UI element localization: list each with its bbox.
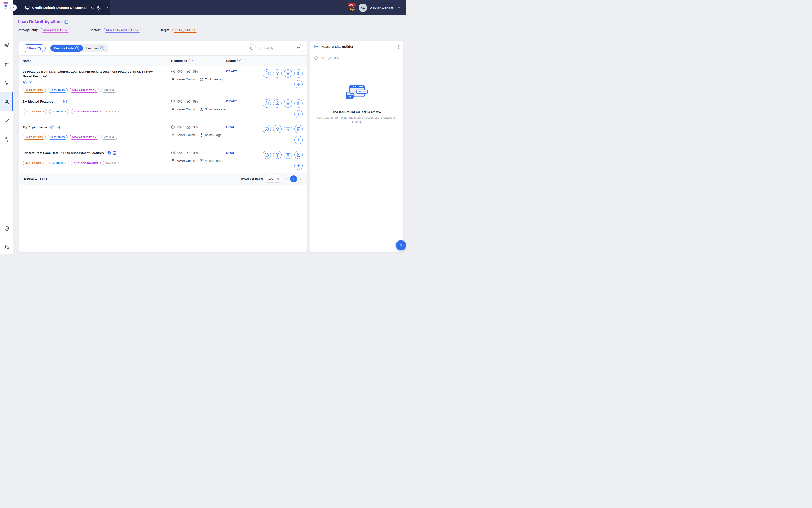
calculator-button[interactable] [295, 99, 303, 108]
filters-button[interactable]: Filters [22, 44, 46, 52]
copy-icon[interactable] [58, 100, 61, 103]
id-icon[interactable]: ID [56, 125, 60, 129]
clock-icon [200, 78, 203, 81]
features-help-icon[interactable]: ? [100, 46, 104, 50]
next-page-button[interactable] [299, 176, 303, 181]
table-row[interactable]: 91 Features from [372 features: Loan Def… [19, 66, 307, 96]
spinner-icon [277, 177, 279, 180]
add-to-builder-button[interactable] [295, 136, 303, 144]
primary-entity-badge[interactable]: NEW APPLICATION [41, 28, 70, 33]
cube-button[interactable] [273, 151, 281, 159]
sidebar-item-monitoring[interactable] [0, 134, 13, 144]
calculator-button[interactable] [295, 151, 303, 159]
table-row[interactable]: Top 1 per theme ID 24 FEATURES 24 THEMES… [19, 122, 307, 147]
entity-badge: NEW APPLICATION [70, 135, 99, 140]
context-badge[interactable]: NEW LOAN APPLICATION [103, 28, 141, 33]
table-footer: Results: 1 - 4 of 4 Rows per page: 100 1 [19, 173, 307, 185]
sidebar-item-approvals[interactable] [0, 116, 13, 126]
row-menu-kebab[interactable] [240, 99, 242, 104]
target-badge[interactable]: LOAN_DEFAULT [172, 28, 198, 33]
cube-button[interactable] [273, 125, 281, 133]
rows-per-page-select[interactable]: 100 [266, 175, 281, 182]
sidebar-item-user-search[interactable] [0, 242, 13, 252]
copy-icon[interactable] [50, 125, 54, 129]
readiness-check-icon [171, 151, 175, 155]
feature-lists-help-icon[interactable]: ? [76, 46, 79, 50]
row-menu-kebab[interactable] [240, 151, 242, 156]
usage-help-icon[interactable]: ? [237, 59, 241, 62]
sidebar-expand-button[interactable] [10, 4, 17, 11]
person-icon [171, 78, 175, 81]
copy-icon[interactable] [107, 151, 111, 155]
avatar[interactable]: XC [359, 4, 367, 12]
feature-list-title[interactable]: 372 features: Loan Default Risk Assessme… [22, 151, 104, 156]
sidebar-item-explore[interactable] [0, 40, 13, 50]
notifications-button[interactable]: 999+ [349, 4, 356, 11]
readiness-info-icon[interactable]: i [189, 59, 193, 62]
prev-page-button[interactable] [284, 176, 289, 181]
featurebyte-logo [3, 2, 11, 11]
readiness-check-icon [171, 125, 175, 129]
id-icon[interactable]: ID [28, 81, 33, 85]
readiness-seal-button[interactable] [263, 99, 271, 108]
search-button[interactable] [248, 44, 256, 52]
tab-features[interactable]: Features ? [83, 45, 108, 52]
status-badge: DRAFT [226, 151, 237, 155]
feature-list-title[interactable]: Top 1 per theme [22, 125, 47, 130]
page-number-button[interactable]: 1 [290, 175, 297, 182]
id-icon[interactable]: ID [112, 151, 117, 155]
readiness-check-icon [171, 70, 175, 74]
primary-entity-group: Primary Entity: NEW APPLICATION [18, 28, 70, 33]
add-to-builder-button[interactable] [295, 162, 303, 170]
feature-list-title[interactable]: 91 Features from [372 features: Loan Def… [22, 69, 161, 79]
cube-button[interactable] [273, 99, 281, 108]
sidebar-item-governance[interactable] [0, 223, 13, 234]
readiness-seal-button[interactable] [263, 151, 271, 159]
features-count-badge: 372 FEATURES [22, 161, 47, 165]
usage-cell: DRAFT [226, 151, 258, 156]
workspace-caret-icon[interactable] [105, 6, 108, 9]
filter-button[interactable] [284, 99, 292, 108]
calculator-button[interactable] [295, 125, 303, 133]
user-menu-caret-icon[interactable] [397, 6, 401, 9]
status-badge: DRAFT [226, 125, 237, 129]
add-to-builder-button[interactable] [295, 80, 303, 88]
workspace-tab[interactable]: Credit Default Dataset UI tutorial [13, 0, 110, 15]
themes-count-badge: 25 THEMES [49, 161, 69, 165]
help-button[interactable]: ? [396, 240, 406, 250]
builder-empty-state: </> The feature list builder is empty. A… [310, 84, 403, 124]
row-menu-kebab[interactable] [240, 125, 242, 130]
empty-builder-illustration: </> [345, 84, 369, 103]
row-menu-kebab[interactable] [240, 70, 242, 75]
feature-list-title[interactable]: 1 + Ideated Features. [22, 99, 54, 104]
usage-cell: DRAFT [226, 99, 258, 104]
sidebar-item-modeling[interactable] [0, 59, 13, 69]
cube-button[interactable] [273, 69, 281, 78]
tab-feature-lists[interactable]: Feature Lists ? [50, 45, 83, 52]
add-to-builder-button[interactable] [295, 110, 303, 118]
settings-gear-icon[interactable] [97, 6, 101, 10]
sort-by-input[interactable] [263, 46, 296, 50]
filter-button[interactable] [284, 151, 292, 159]
column-usage: Usage? [226, 59, 258, 62]
share-icon[interactable] [90, 6, 94, 10]
sidebar-item-ideation[interactable] [0, 78, 13, 88]
calculator-button[interactable] [295, 69, 303, 78]
sidebar-item-experiments[interactable] [0, 92, 13, 111]
builder-title: Feature List Builder [321, 45, 395, 49]
sort-by-control[interactable] [259, 44, 303, 52]
readiness-check-icon [171, 99, 175, 103]
id-icon[interactable]: ID [63, 100, 67, 103]
edit-title-icon[interactable] [64, 20, 69, 24]
readiness-seal-button[interactable] [263, 125, 271, 133]
builder-readiness-icon [314, 56, 318, 60]
table-row[interactable]: 372 features: Loan Default Risk Assessme… [19, 147, 307, 173]
feature-list-builder-panel: Feature List Builder 0% 0% </> [310, 41, 403, 252]
readiness-seal-button[interactable] [263, 69, 271, 78]
head-gear-icon [4, 61, 9, 67]
table-row[interactable]: 1 + Ideated Features. ID 373 FEATURES 26… [19, 96, 307, 122]
filter-button[interactable] [284, 125, 292, 133]
filter-button[interactable] [284, 69, 292, 78]
builder-menu-kebab[interactable] [398, 44, 400, 49]
copy-icon[interactable] [23, 81, 27, 84]
